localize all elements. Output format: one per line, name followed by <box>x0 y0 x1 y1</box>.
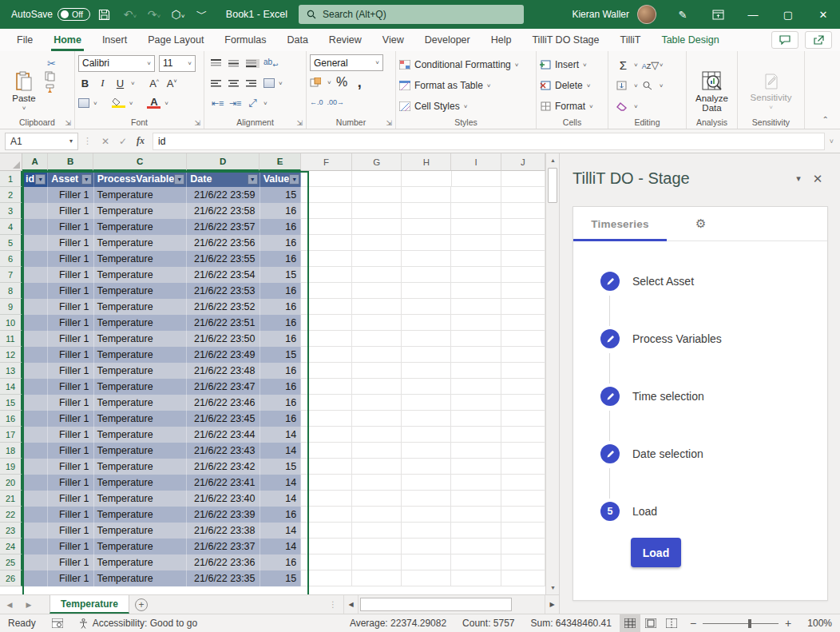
cell-date[interactable]: 21/6/22 23:52 <box>187 299 260 315</box>
empty-cell[interactable] <box>451 443 501 459</box>
empty-cell[interactable] <box>451 379 501 395</box>
column-header-I[interactable]: I <box>451 153 501 171</box>
empty-cell[interactable] <box>451 331 501 347</box>
align-left-icon[interactable] <box>211 79 224 88</box>
cell-date[interactable]: 21/6/22 23:40 <box>187 491 260 507</box>
status-sum[interactable]: Sum: 64348460.41 <box>523 618 620 629</box>
empty-cell[interactable] <box>352 379 402 395</box>
find-select-icon[interactable] <box>642 81 656 90</box>
table-header-asset[interactable]: Asset▼ <box>48 171 93 187</box>
empty-cell[interactable] <box>352 235 402 251</box>
new-sheet-button[interactable]: + <box>129 595 153 614</box>
cell-date[interactable]: 21/6/22 23:55 <box>187 251 260 267</box>
horizontal-scrollbar[interactable] <box>358 595 545 614</box>
ribbon-tab-view[interactable]: View <box>372 29 414 51</box>
comma-style-icon[interactable]: , <box>353 74 367 91</box>
status-count[interactable]: Count: 5757 <box>454 618 522 629</box>
align-middle-icon[interactable] <box>228 59 242 68</box>
wizard-step-process-variables[interactable]: Process Variables <box>600 329 722 348</box>
increase-decimal-icon[interactable]: ←.0 <box>310 98 323 106</box>
cell-value[interactable]: 15 <box>260 347 302 363</box>
ribbon-tab-file[interactable]: File <box>6 29 43 51</box>
align-right-icon[interactable] <box>246 79 260 88</box>
font-color-icon[interactable]: A <box>147 97 160 109</box>
sheet-tab-temperature[interactable]: Temperature <box>50 595 129 614</box>
cell-process-variable[interactable]: Temperature <box>94 570 188 586</box>
empty-cell[interactable] <box>402 331 451 347</box>
cell-process-variable[interactable]: Temperature <box>94 523 188 539</box>
row-header-13[interactable]: 13 <box>0 363 22 379</box>
decrease-indent-icon[interactable]: ⇤≡ <box>211 98 224 109</box>
search-input[interactable]: Search (Alt+Q) <box>299 5 524 24</box>
cell-styles-button[interactable]: Cell Styles˅ <box>399 97 533 115</box>
empty-cell[interactable] <box>501 251 545 267</box>
row-header-26[interactable]: 26 <box>0 570 22 586</box>
empty-cell[interactable] <box>301 235 352 251</box>
filter-dropdown-processvariable[interactable]: ▼ <box>174 174 184 185</box>
cell-value[interactable]: 14 <box>260 443 302 459</box>
empty-cell[interactable] <box>451 475 501 491</box>
empty-cell[interactable] <box>451 363 501 379</box>
cell-asset[interactable]: Filler 1 <box>48 203 93 219</box>
empty-cell[interactable] <box>301 171 352 187</box>
tab-timeseries[interactable]: Timeseries <box>573 218 667 230</box>
empty-cell[interactable] <box>501 363 545 379</box>
empty-cell[interactable] <box>451 570 501 586</box>
cell-value[interactable]: 16 <box>260 379 302 395</box>
empty-cell[interactable] <box>301 363 352 379</box>
cell-id[interactable] <box>22 187 48 203</box>
vertical-scroll-thumb[interactable] <box>548 168 557 203</box>
empty-cell[interactable] <box>451 219 501 235</box>
ink-pen-icon[interactable]: ✎ <box>666 0 699 29</box>
row-header-21[interactable]: 21 <box>0 491 22 507</box>
row-header-23[interactable]: 23 <box>0 523 22 539</box>
insert-cells-button[interactable]: Insert˅ <box>540 56 604 74</box>
empty-cell[interactable] <box>402 554 451 570</box>
wizard-step-date-selection[interactable]: Date selection <box>600 444 703 463</box>
font-name-combo[interactable]: Calibri˅ <box>78 55 155 72</box>
cell-date[interactable]: 21/6/22 23:49 <box>187 347 260 363</box>
cell-process-variable[interactable]: Temperature <box>94 507 188 523</box>
empty-cell[interactable] <box>352 395 402 411</box>
empty-cell[interactable] <box>501 235 545 251</box>
cell-asset[interactable]: Filler 1 <box>48 267 93 283</box>
wizard-step-load[interactable]: 5Load <box>600 502 657 521</box>
empty-cell[interactable] <box>402 411 451 427</box>
hscroll-right-icon[interactable]: ▶ <box>545 595 559 614</box>
empty-cell[interactable] <box>352 475 402 491</box>
enter-formula-icon[interactable]: ✓ <box>114 136 132 147</box>
wrap-text-icon[interactable]: ab↩ <box>263 58 277 69</box>
cell-asset[interactable]: Filler 1 <box>48 554 93 570</box>
column-header-F[interactable]: F <box>301 153 352 171</box>
cell-id[interactable] <box>22 379 48 395</box>
cell-value[interactable]: 14 <box>260 491 302 507</box>
cell-asset[interactable]: Filler 1 <box>48 395 93 411</box>
align-top-icon[interactable] <box>211 59 224 68</box>
row-header-5[interactable]: 5 <box>0 235 22 251</box>
empty-cell[interactable] <box>501 331 545 347</box>
edit-pencil-icon[interactable] <box>600 387 620 406</box>
empty-cell[interactable] <box>352 315 402 331</box>
clipboard-dialog-launcher[interactable]: ⇲ <box>65 119 71 127</box>
column-header-A[interactable]: A <box>22 153 48 171</box>
filter-dropdown-value[interactable]: ▼ <box>289 174 299 185</box>
cell-asset[interactable]: Filler 1 <box>48 299 93 315</box>
number-dialog-launcher[interactable]: ⇲ <box>386 119 392 127</box>
column-header-D[interactable]: D <box>187 153 260 171</box>
cell-asset[interactable]: Filler 1 <box>48 379 93 395</box>
cell-id[interactable] <box>22 459 48 475</box>
sheet-nav-right-icon[interactable]: ▶ <box>19 595 38 614</box>
cell-id[interactable] <box>22 475 48 491</box>
ribbon-tab-tillit-do-stage[interactable]: TilliT DO Stage <box>521 29 609 51</box>
empty-cell[interactable] <box>501 491 545 507</box>
cell-process-variable[interactable]: Temperature <box>94 187 188 203</box>
empty-cell[interactable] <box>501 299 545 315</box>
cell-id[interactable] <box>22 267 48 283</box>
empty-cell[interactable] <box>451 539 501 554</box>
cell-asset[interactable]: Filler 1 <box>48 539 93 554</box>
task-pane-close-icon[interactable]: ✕ <box>808 172 827 186</box>
cell-value[interactable]: 15 <box>260 267 302 283</box>
scroll-up-icon[interactable]: ▲ <box>546 153 559 167</box>
percent-style-icon[interactable]: % <box>335 75 349 89</box>
empty-cell[interactable] <box>352 554 402 570</box>
